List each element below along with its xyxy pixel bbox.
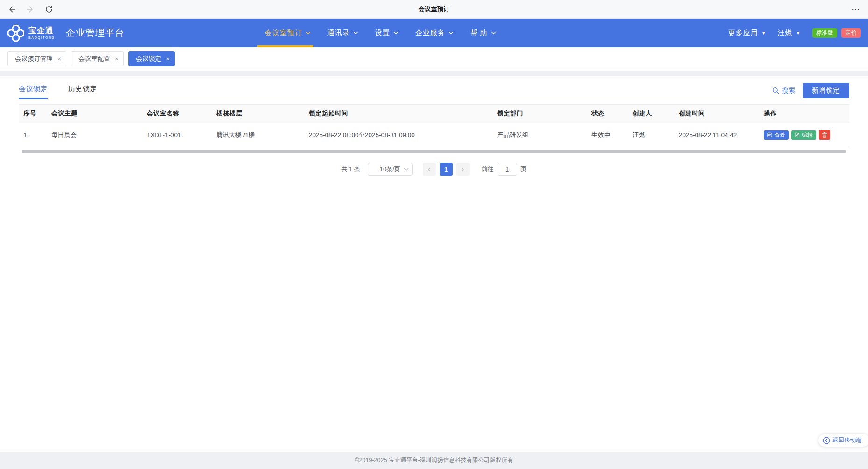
baoqitong-knot-icon <box>7 25 24 42</box>
add-lock-button[interactable]: 新增锁定 <box>803 83 849 98</box>
next-page-button[interactable]: › <box>456 163 470 176</box>
col-status: 状态 <box>587 105 628 123</box>
pricing-badge[interactable]: 定价 <box>841 28 861 38</box>
edit-button[interactable]: 编辑 <box>791 130 816 140</box>
col-subject: 会议主题 <box>47 105 142 123</box>
goto-suffix: 页 <box>521 165 527 173</box>
close-icon[interactable]: × <box>57 56 61 62</box>
cell-creator: 汪燃 <box>628 123 674 147</box>
subtab-history-lock[interactable]: 历史锁定 <box>68 85 97 99</box>
view-icon <box>767 132 772 137</box>
cell-index: 1 <box>19 123 47 147</box>
user-menu[interactable]: 汪燃 ▼ <box>778 29 801 37</box>
view-button[interactable]: 查看 <box>764 130 789 140</box>
nav-item-enterprise-services[interactable]: 企业服务 <box>415 19 454 47</box>
more-apps-menu[interactable]: 更多应用 ▼ <box>728 29 767 37</box>
browser-menu-icon[interactable]: ⋯ <box>851 4 861 14</box>
window-title: 会议室预订 <box>0 5 868 14</box>
subtab-meeting-lock[interactable]: 会议锁定 <box>19 85 48 99</box>
main-content: 会议锁定 历史锁定 搜索 新增锁定 序号 会议主题 会议室名称 楼栋楼层 锁定起… <box>0 76 868 176</box>
trash-icon <box>822 132 827 138</box>
nav-item-contacts[interactable]: 通讯录 <box>327 19 358 47</box>
page-size-select[interactable]: 10条/页 <box>368 163 413 176</box>
cell-department: 产品研发组 <box>492 123 587 147</box>
platform-title: 企业管理平台 <box>66 27 125 39</box>
refresh-icon[interactable] <box>45 5 53 14</box>
search-button[interactable]: 搜索 <box>772 86 795 95</box>
forward-icon[interactable] <box>26 5 35 14</box>
col-department: 锁定部门 <box>492 105 587 123</box>
nav-item-meeting-room-booking[interactable]: 会议室预订 <box>265 19 311 47</box>
col-index: 序号 <box>19 105 47 123</box>
edit-icon <box>795 132 800 137</box>
cell-status: 生效中 <box>587 123 628 147</box>
cell-subject: 每日晨会 <box>47 123 142 147</box>
search-icon <box>772 87 779 94</box>
tab-meeting-booking-management[interactable]: 会议预订管理 × <box>7 51 66 66</box>
pagination: 共 1 条 10条/页 ‹ 1 › 前往 页 <box>19 163 849 176</box>
chevron-down-icon <box>306 31 311 35</box>
col-period: 锁定起始时间 <box>304 105 492 123</box>
col-building: 楼栋楼层 <box>212 105 304 123</box>
delete-button[interactable] <box>819 130 830 140</box>
browser-topbar: 会议室预订 ⋯ <box>0 0 868 19</box>
prev-page-button[interactable]: ‹ <box>423 163 436 176</box>
open-tabs-bar: 会议预订管理 × 会议室配置 × 会议锁定 × <box>0 47 868 71</box>
col-actions: 操作 <box>759 105 849 123</box>
table-row: 1 每日晨会 TXDL-1-001 腾讯大楼 /1楼 2025-08-22 08… <box>19 123 849 147</box>
cell-room: TXDL-1-001 <box>142 123 212 147</box>
caret-down-icon: ▼ <box>796 31 801 36</box>
col-creator: 创建人 <box>628 105 674 123</box>
close-icon[interactable]: × <box>166 56 170 62</box>
logo[interactable]: 宝企通 BAOQITONG 企业管理平台 <box>7 25 125 42</box>
chevron-down-icon <box>393 31 398 35</box>
back-to-mobile-button[interactable]: 返回移动端 <box>818 434 868 447</box>
goto-label: 前往 <box>482 165 494 173</box>
nav-item-help[interactable]: 帮 助 <box>470 19 496 47</box>
col-room: 会议室名称 <box>142 105 212 123</box>
edition-badge[interactable]: 标准版 <box>812 28 838 38</box>
caret-down-icon: ▼ <box>761 31 767 36</box>
table-header-row: 序号 会议主题 会议室名称 楼栋楼层 锁定起始时间 锁定部门 状态 创建人 创建… <box>19 105 849 123</box>
circle-back-icon <box>823 437 830 444</box>
close-icon[interactable]: × <box>115 56 119 62</box>
cell-period: 2025-08-22 08:00至2025-08-31 09:00 <box>304 123 492 147</box>
tab-meeting-room-config[interactable]: 会议室配置 × <box>71 51 124 66</box>
cell-building: 腾讯大楼 /1楼 <box>212 123 304 147</box>
divider <box>0 71 868 76</box>
footer-copyright: ©2019-2025 宝企通平台-深圳润扬信息科技有限公司版权所有 <box>0 452 868 469</box>
main-nav: 会议室预订 通讯录 设置 企业服务 帮 助 <box>265 19 496 47</box>
back-icon[interactable] <box>7 5 16 14</box>
col-created-at: 创建时间 <box>674 105 759 123</box>
cell-created-at: 2025-08-22 11:04:42 <box>674 123 759 147</box>
app-header: 宝企通 BAOQITONG 企业管理平台 会议室预订 通讯录 设置 企业服务 帮… <box>0 19 868 47</box>
chevron-down-icon <box>491 31 496 35</box>
total-count: 共 1 条 <box>341 165 360 173</box>
logo-text: 宝企通 <box>28 27 55 35</box>
goto-page-input[interactable] <box>498 163 517 176</box>
user-name: 汪燃 <box>778 29 793 37</box>
nav-item-settings[interactable]: 设置 <box>375 19 398 47</box>
page-number-1[interactable]: 1 <box>440 163 453 176</box>
chevron-down-icon <box>448 31 454 35</box>
chevron-down-icon <box>353 31 358 35</box>
lock-table: 序号 会议主题 会议室名称 楼栋楼层 锁定起始时间 锁定部门 状态 创建人 创建… <box>19 104 849 147</box>
chevron-down-icon <box>404 168 409 172</box>
tab-meeting-lock[interactable]: 会议锁定 × <box>128 51 175 66</box>
logo-subtext: BAOQITONG <box>28 36 55 39</box>
horizontal-scrollbar[interactable] <box>22 150 846 153</box>
